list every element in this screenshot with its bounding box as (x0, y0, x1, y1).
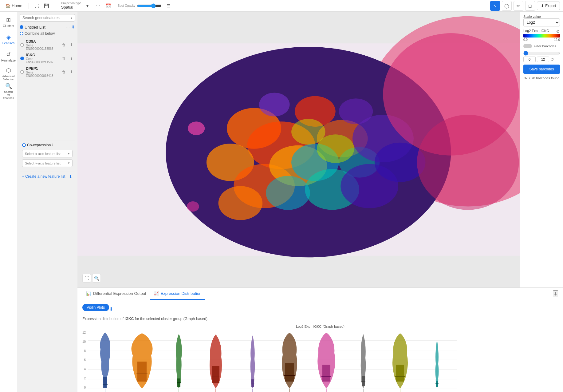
lasso-tool[interactable]: ◯ (502, 1, 512, 11)
coexp-info-icon[interactable]: ℹ (52, 143, 53, 147)
filter-slider-section: ↺ (523, 51, 560, 62)
top-bar: 🏠 Home ⛶ 💾 Projection type Spatial ▾ ⋯ 📅… (0, 0, 563, 12)
filter-inputs: ↺ (523, 57, 560, 62)
search-chevron-icon[interactable]: ▾ (71, 16, 72, 20)
filter-min-input[interactable] (523, 57, 536, 62)
sidebar-item-advanced-selection[interactable]: ⬡ Advanced Selection (1, 66, 16, 82)
export-button[interactable]: ⬇ Export (537, 2, 560, 10)
y-axis: 12 10 8 6 4 2 0 (82, 331, 88, 389)
combine-all-below[interactable]: Combine all below (20, 31, 75, 36)
main-area: ⊞ Clusters ◈ Features ↺ Reanalyze ⬡ Adva… (0, 12, 563, 392)
chart-container: Log2 Exp - IGKC (Graph-based) 12 10 8 6 … (82, 325, 558, 392)
coexp-radio[interactable] (22, 143, 26, 147)
color-min-label: 0.0 (523, 38, 528, 42)
cd8a-radio[interactable] (20, 43, 24, 47)
cd8a-info[interactable]: ℹ (68, 42, 74, 48)
igkc-radio[interactable] (20, 57, 24, 60)
search-features-icon: 🔍 (5, 83, 12, 89)
divider-2 (55, 3, 55, 9)
list-more-button[interactable]: ⋯ (66, 25, 70, 30)
xaxis-placeholder: Select x-axis feature list (25, 152, 61, 156)
scale-select[interactable]: Log2 (523, 18, 560, 26)
fit-view-button[interactable]: ⛶ (82, 274, 91, 283)
projection-dropdown[interactable]: Projection type Spatial (61, 2, 81, 10)
y-label-4: 4 (82, 367, 86, 371)
advanced-selection-label: Advanced Selection (2, 75, 14, 81)
menu-button[interactable]: ☰ (164, 2, 173, 10)
xaxis-select[interactable]: Select x-axis feature list ▾ (22, 150, 73, 157)
create-feature-button[interactable]: + Create a new feature list ⬇ (20, 171, 75, 181)
projection-chevron[interactable]: ▾ (83, 2, 92, 10)
gene-item-igkc: IGKC Gene ENSG00000211592 🗑 ℹ (20, 52, 75, 65)
combine-radio (20, 32, 23, 35)
sidebar-item-clusters[interactable]: ⊞ Clusters (1, 14, 16, 30)
filter-reset-button[interactable]: ↺ (550, 57, 554, 62)
svg-point-25 (339, 98, 373, 124)
scale-value-section: Scale value Log2 (523, 15, 560, 26)
right-panel: Scale value Log2 Log2 Exp - IGKC ⚙ 0.0 (520, 12, 563, 287)
violin-plots-button[interactable]: Violin Plots (82, 304, 109, 311)
igkc-info: IGKC Gene ENSG00000211592 (26, 53, 61, 64)
projection-more[interactable]: ⋯ (94, 2, 102, 10)
divider-1 (29, 3, 29, 9)
coexp-title: Co-expression (27, 143, 51, 147)
save-icon-button[interactable]: 💾 (42, 2, 51, 10)
sidebar: ⊞ Clusters ◈ Features ↺ Reanalyze ⬡ Adva… (0, 12, 77, 392)
zoom-search-button[interactable]: 🔍 (92, 274, 101, 283)
svg-rect-65 (396, 365, 404, 382)
save-barcodes-button[interactable]: Save barcodes (523, 65, 560, 74)
color-bar-section: Log2 Exp - IGKC ⚙ 0.0 12.0 (523, 29, 560, 42)
igkc-actions: 🗑 ℹ (61, 55, 74, 61)
chart-download-button[interactable]: ⬇ (109, 306, 113, 312)
igkc-name: IGKC (26, 53, 61, 57)
exp-desc-prefix: Expression distribution of (82, 317, 124, 321)
cd8a-type: Gene (26, 44, 61, 47)
sidebar-item-reanalyze[interactable]: ↺ Reanalyze (1, 49, 16, 65)
list-download-button[interactable]: ⬇ (71, 25, 75, 30)
cursor-tool[interactable]: ↖ (490, 1, 500, 11)
dpep1-radio[interactable] (20, 70, 24, 74)
home-button[interactable]: 🏠 Home (3, 2, 25, 9)
gene-item-dpep1: DPEP1 Gene ENSG00000015413 🗑 ℹ (20, 65, 75, 79)
svg-rect-57 (322, 365, 330, 382)
filter-barcodes-toggle[interactable] (523, 44, 532, 48)
combine-label: Combine all below (25, 31, 55, 36)
spot-opacity-slider[interactable] (137, 3, 162, 8)
igkc-trash[interactable]: 🗑 (61, 55, 67, 61)
dpep1-type: Gene (26, 71, 61, 74)
projection-calendar[interactable]: 📅 (104, 2, 113, 10)
yaxis-select[interactable]: Select y-axis feature list ▾ (22, 159, 73, 167)
violin-cluster7: Cluster 7 (317, 333, 335, 392)
window-controls: ⛶ 💾 (33, 2, 51, 10)
filter-max-input[interactable] (537, 57, 549, 62)
svg-rect-41 (177, 378, 180, 387)
y-label-6: 6 (82, 358, 86, 362)
projection-label: Projection type (61, 2, 81, 5)
dpep1-trash[interactable]: 🗑 (61, 69, 67, 75)
filter-barcodes-section: Filter barcodes (523, 44, 560, 48)
pen-tool[interactable]: ✏ (514, 1, 523, 11)
expand-button[interactable]: ⛶ (33, 2, 41, 10)
violin-cluster3: Cluster 3 (173, 334, 184, 392)
create-feature-download-icon[interactable]: ⬇ (69, 174, 73, 179)
tab-expression-distribution[interactable]: 📈 Expression Distribution (150, 288, 205, 300)
content-area: ⛶ 🔍 1 mm Scale value Log2 (77, 12, 563, 392)
igkc-info[interactable]: ℹ (68, 55, 74, 61)
tab-differential-expression[interactable]: 📊 Differential Expression Output (82, 288, 150, 300)
viewer-controls: ⛶ 🔍 (82, 274, 101, 283)
color-bar-settings-icon[interactable]: ⚙ (556, 29, 560, 34)
igkc-id: ENSG00000211592 (26, 61, 61, 64)
search-input[interactable] (22, 16, 71, 20)
erase-tool[interactable]: ◻ (525, 1, 535, 11)
collapse-button[interactable]: ⬇ (553, 290, 558, 297)
svg-point-10 (219, 186, 263, 220)
cd8a-trash[interactable]: 🗑 (61, 42, 67, 48)
create-feature-label: + Create a new feature list (22, 174, 65, 179)
dpep1-info[interactable]: ℹ (68, 69, 74, 75)
filter-min-slider[interactable] (523, 51, 560, 56)
expression-description: Expression distribution of IGKC for the … (82, 317, 558, 321)
sidebar-item-features[interactable]: ◈ Features (1, 31, 16, 47)
sidebar-item-search-features[interactable]: 🔍 Search for Features (1, 83, 16, 99)
list-radio[interactable] (20, 25, 23, 29)
dpep1-actions: 🗑 ℹ (61, 69, 74, 75)
